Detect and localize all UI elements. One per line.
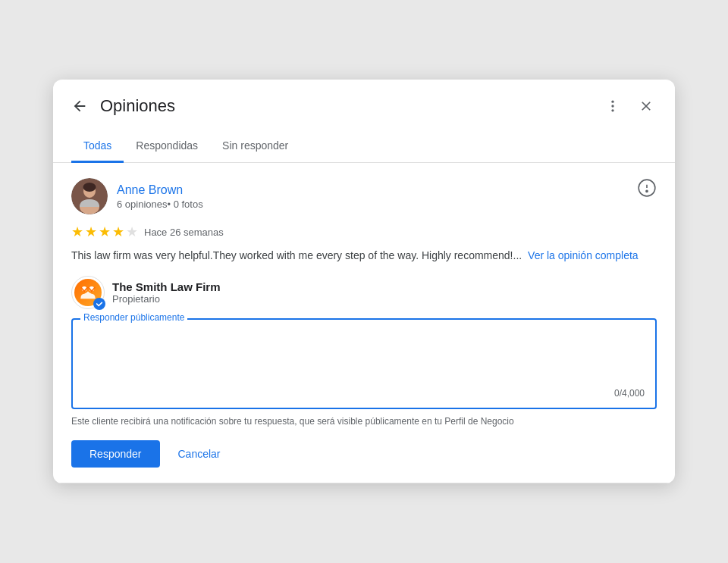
stars: ★ ★ ★ ★ ★ (71, 224, 138, 240)
review-time: Hace 26 semanas (144, 227, 224, 238)
reviewer-name: Anne Brown (117, 183, 203, 197)
review-modal: Opiniones Todas Respondidas Sin responde… (53, 80, 675, 483)
star-1: ★ (71, 224, 83, 240)
reviewer-details: Anne Brown 6 opiniones• 0 fotos (117, 183, 203, 210)
reviewer-info: Anne Brown 6 opiniones• 0 fotos (71, 178, 203, 214)
action-buttons: Responder Cancelar (71, 440, 657, 468)
owner-response-section: The Smith Law Firm Propietario Responder… (71, 276, 657, 468)
header-actions (602, 95, 657, 117)
reply-label: Responder públicamente (80, 312, 187, 323)
more-options-button[interactable] (602, 95, 623, 117)
modal-header: Opiniones (53, 80, 675, 130)
char-count: 0/4,000 (83, 388, 645, 399)
notification-text: Este cliente recibirá una notificación s… (71, 415, 657, 428)
read-more-button[interactable]: Ver la opinión completa (528, 249, 639, 261)
review-text: This law firm was very helpful.They work… (71, 248, 657, 264)
owner-role: Propietario (112, 293, 221, 305)
reviewer-header: Anne Brown 6 opiniones• 0 fotos (71, 178, 657, 214)
reply-textarea-wrapper: Responder públicamente 0/4,000 (71, 318, 657, 409)
svg-point-0 (611, 101, 613, 103)
svg-point-5 (83, 183, 96, 192)
owner-name: The Smith Law Firm (112, 280, 221, 293)
star-3: ★ (99, 224, 111, 240)
svg-point-2 (611, 109, 613, 111)
tab-sin-responder[interactable]: Sin responder (210, 130, 300, 163)
flag-button[interactable] (637, 178, 657, 198)
owner-info: The Smith Law Firm Propietario (71, 276, 657, 309)
svg-point-9 (646, 190, 648, 192)
star-2: ★ (85, 224, 97, 240)
star-4: ★ (112, 224, 124, 240)
tabs-bar: Todas Respondidas Sin responder (53, 130, 675, 163)
review-rating: ★ ★ ★ ★ ★ Hace 26 semanas (71, 224, 657, 240)
cancel-button[interactable]: Cancelar (172, 440, 227, 468)
close-button[interactable] (635, 95, 657, 117)
svg-point-1 (611, 105, 613, 107)
owner-details: The Smith Law Firm Propietario (112, 280, 221, 305)
owner-logo (71, 276, 105, 309)
reply-textarea[interactable] (83, 329, 645, 382)
respond-button[interactable]: Responder (71, 440, 160, 468)
tab-todas[interactable]: Todas (71, 130, 124, 163)
avatar (71, 178, 108, 214)
star-5: ★ (126, 224, 138, 240)
back-button[interactable] (68, 95, 91, 117)
review-text-preview: This law firm was very helpful.They work… (71, 249, 522, 261)
reviewer-meta: 6 opiniones• 0 fotos (117, 199, 203, 210)
review-section: Anne Brown 6 opiniones• 0 fotos ★ ★ ★ ★ … (53, 163, 675, 483)
modal-title: Opiniones (100, 96, 602, 116)
tab-respondidas[interactable]: Respondidas (124, 130, 210, 163)
verified-badge (93, 298, 105, 310)
